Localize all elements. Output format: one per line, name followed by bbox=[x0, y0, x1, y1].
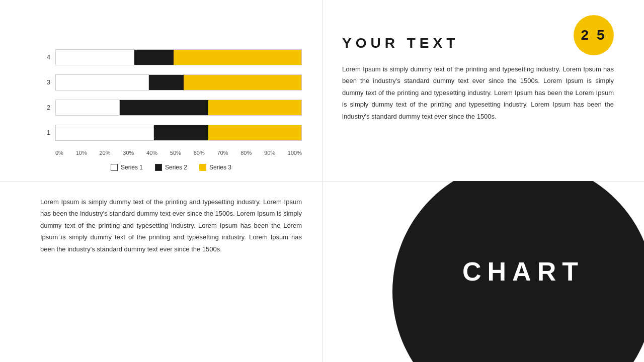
bar-s1-1 bbox=[56, 125, 154, 140]
bar-chart: 4 3 2 bbox=[40, 49, 302, 171]
chart-legend: Series 1 Series 2 Series 3 bbox=[40, 164, 302, 171]
bar-s1-2 bbox=[56, 100, 120, 115]
bar-s2-3 bbox=[149, 75, 183, 90]
x-tick-90: 90% bbox=[264, 150, 275, 156]
x-tick-60: 60% bbox=[194, 150, 205, 156]
bar-s3-3 bbox=[184, 75, 301, 90]
legend-series1: Series 1 bbox=[111, 164, 143, 171]
bar-track-2 bbox=[55, 100, 302, 116]
bar-s2-1 bbox=[154, 125, 208, 140]
bar-row-2: 2 bbox=[40, 100, 302, 116]
legend-label-s2: Series 2 bbox=[165, 164, 187, 171]
bar-track-3 bbox=[55, 74, 302, 90]
legend-box-s1 bbox=[111, 164, 118, 171]
chart-circle-label: CHART bbox=[462, 256, 584, 287]
x-tick-20: 20% bbox=[99, 150, 110, 156]
bar-s2-4 bbox=[134, 50, 174, 65]
bar-track-1 bbox=[55, 125, 302, 141]
bottom-text-section: Lorem Ipsum is simply dummy text of the … bbox=[0, 181, 322, 362]
chart-section: 4 3 2 bbox=[0, 0, 322, 181]
bar-row-1: 1 bbox=[40, 125, 302, 141]
x-tick-10: 10% bbox=[76, 150, 87, 156]
bar-s3-2 bbox=[208, 100, 301, 115]
bar-label-2: 2 bbox=[40, 104, 50, 111]
x-tick-50: 50% bbox=[170, 150, 181, 156]
x-axis: 0% 10% 20% 30% 40% 50% 60% 70% 80% 90% 1… bbox=[55, 150, 302, 156]
legend-box-s3 bbox=[199, 164, 206, 171]
dark-circle: CHART bbox=[392, 181, 644, 362]
dark-circle-section: CHART bbox=[322, 181, 644, 362]
legend-box-s2 bbox=[155, 164, 162, 171]
bar-track-4 bbox=[55, 49, 302, 65]
bar-s3-1 bbox=[208, 125, 301, 140]
bar-label-4: 4 bbox=[40, 54, 50, 61]
bar-row-3: 3 bbox=[40, 74, 302, 90]
legend-series3: Series 3 bbox=[199, 164, 231, 171]
legend-label-s3: Series 3 bbox=[209, 164, 231, 171]
legend-label-s1: Series 1 bbox=[121, 164, 143, 171]
bar-s1-3 bbox=[56, 75, 149, 90]
x-tick-30: 30% bbox=[123, 150, 134, 156]
slide-page: 4 3 2 bbox=[0, 0, 644, 362]
legend-series2: Series 2 bbox=[155, 164, 187, 171]
x-tick-100: 100% bbox=[288, 150, 302, 156]
x-tick-0: 0% bbox=[55, 150, 63, 156]
bar-label-3: 3 bbox=[40, 79, 50, 86]
section-title: YOUR TEXT bbox=[342, 35, 614, 51]
bar-s3-4 bbox=[174, 50, 301, 65]
bottom-left-body-text: Lorem Ipsum is simply dummy text of the … bbox=[40, 196, 302, 255]
bar-s1-4 bbox=[56, 50, 134, 65]
text-section: 2 5 YOUR TEXT Lorem Ipsum is simply dumm… bbox=[322, 0, 644, 181]
badge-number: 2 5 bbox=[581, 27, 607, 43]
badge-circle: 2 5 bbox=[574, 15, 614, 55]
bar-row-4: 4 bbox=[40, 49, 302, 65]
x-tick-40: 40% bbox=[146, 150, 157, 156]
bar-s2-2 bbox=[120, 100, 208, 115]
bar-label-1: 1 bbox=[40, 129, 50, 136]
x-tick-80: 80% bbox=[240, 150, 252, 156]
x-tick-70: 70% bbox=[217, 150, 228, 156]
top-right-body-text: Lorem Ipsum is simply dummy text of the … bbox=[342, 63, 614, 122]
